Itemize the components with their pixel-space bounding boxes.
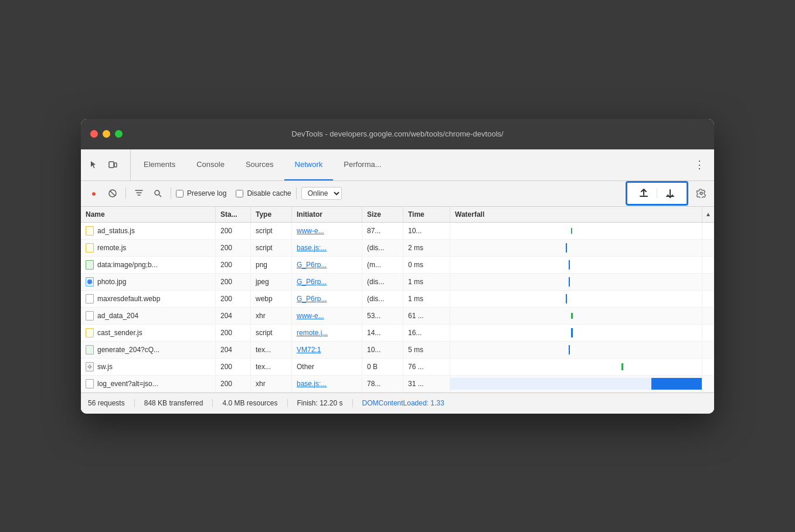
row-initiator: VM72:1 [292, 342, 362, 358]
file-icon [86, 226, 94, 236]
col-initiator[interactable]: Initiator [292, 207, 362, 222]
table-row[interactable]: ad_status.js 200 script www-e... 87... 1… [81, 223, 714, 240]
col-waterfall[interactable]: Waterfall [450, 207, 702, 222]
filter-button[interactable] [131, 185, 147, 202]
row-type: webp [251, 291, 292, 307]
network-toolbar: ● Preserve log Disable cache Onli [81, 181, 714, 207]
col-name[interactable]: Name [81, 207, 216, 222]
devtools-window: DevTools - developers.google.com/web/too… [81, 119, 714, 414]
minimize-button[interactable] [103, 130, 110, 138]
row-status: 204 [216, 308, 251, 324]
row-status: 200 [216, 240, 251, 256]
row-extra [702, 257, 714, 273]
row-waterfall [450, 257, 702, 273]
preserve-log-checkbox[interactable] [176, 190, 184, 197]
file-icon [86, 328, 94, 337]
table-row[interactable]: maxresdefault.webp 200 webp G_P6rp... (d… [81, 291, 714, 308]
clear-button[interactable] [104, 185, 121, 202]
row-type: xhr [251, 308, 292, 324]
row-time: 16... [403, 325, 450, 341]
row-name: photo.jpg [97, 278, 126, 286]
row-time: 1 ms [403, 274, 450, 290]
table-row[interactable]: sw.js 200 tex... Other 0 B 76 ... [81, 359, 714, 376]
row-extra [702, 342, 714, 358]
window-title: DevTools - developers.google.com/web/too… [291, 129, 503, 138]
maximize-button[interactable] [115, 130, 123, 138]
row-status: 200 [216, 274, 251, 290]
requests-count: 56 requests [88, 399, 135, 407]
row-time: 5 ms [403, 342, 450, 358]
download-button[interactable] [662, 185, 678, 202]
tab-elements[interactable]: Elements [133, 149, 186, 180]
transferred-size: 848 KB transferred [144, 399, 213, 407]
row-initiator: G_P6rp... [292, 257, 362, 273]
row-status: 200 [216, 291, 251, 307]
file-icon [86, 294, 94, 303]
row-type: png [251, 257, 292, 273]
row-status: 200 [216, 257, 251, 273]
svg-line-5 [159, 195, 162, 197]
col-sort[interactable]: ▲ [702, 207, 714, 222]
table-row[interactable]: remote.js 200 script base.js:... (dis...… [81, 240, 714, 257]
row-waterfall [450, 308, 702, 324]
row-type: script [251, 223, 292, 239]
row-initiator: base.js:... [292, 376, 362, 392]
row-extra [702, 240, 714, 256]
upload-button[interactable] [636, 185, 652, 202]
select-tool-icon[interactable] [86, 156, 102, 173]
svg-point-7 [89, 366, 91, 368]
throttle-select[interactable]: Online [301, 187, 342, 200]
row-waterfall [450, 291, 702, 307]
table-row[interactable]: data:image/png;b... 200 png G_P6rp... (m… [81, 257, 714, 274]
col-status[interactable]: Sta... [216, 207, 251, 222]
dom-content-loaded: DOMContentLoaded: 1.33 [362, 399, 454, 407]
status-bar: 56 requests 848 KB transferred 4.0 MB re… [81, 393, 714, 414]
tab-sources[interactable]: Sources [235, 149, 284, 180]
row-waterfall [450, 376, 702, 392]
row-waterfall [450, 274, 702, 290]
traffic-lights [90, 130, 123, 138]
row-extra [702, 308, 714, 324]
row-initiator: G_P6rp... [292, 291, 362, 307]
row-size: (dis... [362, 291, 403, 307]
col-type[interactable]: Type [251, 207, 292, 222]
col-size[interactable]: Size [362, 207, 403, 222]
row-size: 0 B [362, 359, 403, 375]
row-status: 200 [216, 376, 251, 392]
devtools-body: Elements Console Sources Network Perform… [81, 149, 714, 414]
file-icon [86, 379, 94, 388]
tab-console[interactable]: Console [186, 149, 235, 180]
row-type: xhr [251, 376, 292, 392]
device-toolbar-icon[interactable] [104, 156, 121, 173]
row-initiator: remote.j... [292, 325, 362, 341]
row-type: jpeg [251, 274, 292, 290]
tab-network[interactable]: Network [284, 149, 334, 180]
table-row[interactable]: cast_sender.js 200 script remote.j... 14… [81, 325, 714, 342]
table-row[interactable]: photo.jpg 200 jpeg G_P6rp... (dis... 1 m… [81, 274, 714, 291]
close-button[interactable] [90, 130, 98, 138]
row-time: 1 ms [403, 291, 450, 307]
row-type: tex... [251, 359, 292, 375]
row-name: generate_204?cQ... [97, 346, 159, 354]
preserve-log-label[interactable]: Preserve log [176, 189, 226, 197]
search-button[interactable] [150, 185, 166, 202]
row-extra [702, 359, 714, 375]
row-name: sw.js [97, 363, 113, 371]
row-initiator: G_P6rp... [292, 274, 362, 290]
row-name: ad_status.js [97, 227, 135, 235]
row-waterfall [450, 359, 702, 375]
settings-button[interactable] [693, 185, 709, 202]
disable-cache-checkbox[interactable] [236, 190, 243, 197]
title-bar: DevTools - developers.google.com/web/too… [81, 119, 714, 149]
table-row[interactable]: ad_data_204 204 xhr www-e... 53... 61 ..… [81, 308, 714, 325]
table-row[interactable]: log_event?alt=jso... 200 xhr base.js:...… [81, 376, 714, 393]
file-icon [86, 362, 94, 371]
more-tabs-button[interactable]: ⋮ [689, 149, 709, 180]
tab-performance[interactable]: Performa... [333, 149, 392, 180]
row-size: (m... [362, 257, 403, 273]
row-waterfall [450, 342, 702, 358]
disable-cache-label[interactable]: Disable cache [236, 189, 291, 197]
record-button[interactable]: ● [86, 185, 102, 202]
table-row[interactable]: generate_204?cQ... 204 tex... VM72:1 10.… [81, 342, 714, 359]
col-time[interactable]: Time [403, 207, 450, 222]
